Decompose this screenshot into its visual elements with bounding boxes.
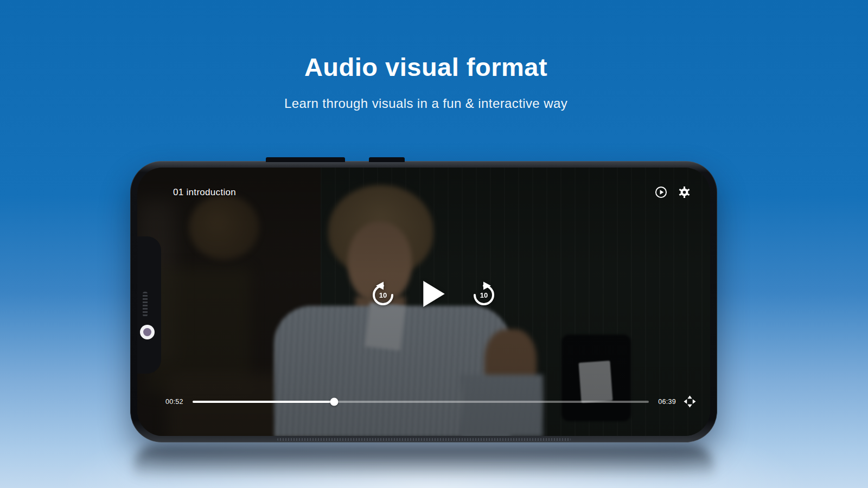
bottom-speaker-grille bbox=[277, 438, 571, 441]
phone-reflection bbox=[133, 446, 714, 488]
current-time: 00:52 bbox=[165, 398, 185, 406]
rewind-10-icon[interactable]: 10 bbox=[370, 281, 396, 307]
duration: 06:39 bbox=[656, 398, 676, 406]
progress-played bbox=[193, 401, 334, 403]
play-icon[interactable] bbox=[420, 279, 447, 309]
progress-thumb[interactable] bbox=[330, 397, 338, 406]
power-button bbox=[369, 157, 405, 162]
playback-speed-icon[interactable] bbox=[655, 186, 667, 198]
progress-bar[interactable] bbox=[193, 401, 649, 403]
fullscreen-move-icon[interactable] bbox=[684, 395, 696, 408]
promo-screen: Audio visual format Learn through visual… bbox=[0, 0, 868, 488]
phone-mockup: 01 introduction bbox=[130, 161, 717, 442]
volume-button bbox=[266, 157, 345, 162]
settings-gear-icon[interactable] bbox=[678, 186, 691, 198]
phone-screen: 01 introduction bbox=[137, 168, 710, 436]
hero-text: Audio visual format Learn through visual… bbox=[0, 52, 852, 111]
video-title: 01 introduction bbox=[173, 187, 236, 198]
svg-text:10: 10 bbox=[480, 291, 488, 299]
page-subtitle: Learn through visuals in a fun & interac… bbox=[0, 96, 852, 111]
forward-10-icon[interactable]: 10 bbox=[471, 281, 497, 307]
svg-text:10: 10 bbox=[379, 291, 387, 299]
video-player-ui: 01 introduction bbox=[137, 168, 710, 436]
page-title: Audio visual format bbox=[0, 52, 852, 82]
